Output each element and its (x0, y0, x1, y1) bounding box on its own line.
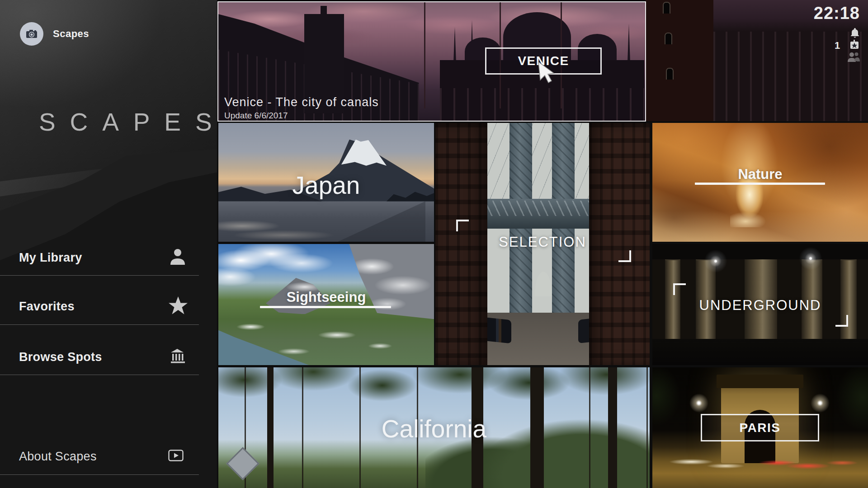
sidebar: Scapes SCAPES My Library Favorites Brows… (0, 0, 217, 488)
person-icon (168, 248, 187, 267)
tile-label: California (218, 414, 650, 443)
menu-label: Favorites (19, 300, 75, 314)
divider (0, 474, 199, 475)
sidebar-item-browse-spots[interactable]: Browse Spots (0, 343, 217, 371)
arched-window (665, 33, 672, 44)
colonnade-texture (713, 32, 868, 121)
car-light-trails (652, 451, 868, 472)
content-grid: VENICE Venice - The city of canals Updat… (217, 0, 868, 488)
tile-sightseeing[interactable]: Sightseeing (218, 244, 434, 365)
lake-ice (218, 216, 337, 242)
tile-selection[interactable]: SELECTION (435, 123, 650, 365)
menu-label: Browse Spots (19, 350, 102, 364)
flag-pole (424, 2, 425, 108)
tile-label: Japan (218, 171, 434, 200)
street-lamp-glow (687, 391, 711, 415)
star-icon (168, 296, 188, 317)
label-underline (695, 183, 825, 185)
video-play-icon (168, 450, 184, 463)
star-flag-icon (849, 39, 860, 52)
divider (0, 275, 199, 276)
tile-label: SELECTION (435, 234, 650, 250)
ceiling-light (797, 245, 824, 272)
sidebar-item-about-scapes[interactable]: About Scapes (0, 442, 217, 471)
basilica-arches (440, 88, 644, 121)
tile-nature[interactable]: Nature (652, 123, 868, 242)
hero-row: VENICE Venice - The city of canals Updat… (217, 0, 868, 121)
people-icon (847, 52, 860, 64)
sidebar-item-my-library[interactable]: My Library (0, 243, 217, 272)
sidebar-item-favorites[interactable]: Favorites (0, 292, 217, 321)
focus-bracket-top-left (456, 220, 469, 231)
camera-icon (25, 28, 38, 40)
notification-count: 1 (835, 40, 840, 52)
tile-label: UNDERGROUND (652, 297, 868, 314)
scapes-app-screen: { "app": { "badge_label": "Scapes", "wor… (0, 0, 868, 488)
tile-paris[interactable]: PARIS (652, 367, 868, 488)
bell-icon (849, 27, 861, 41)
paris-button-label: PARIS (740, 421, 781, 435)
clock: 22:18 (814, 4, 860, 23)
menu-label: About Scapes (19, 450, 97, 464)
focus-bracket-bottom-right (618, 250, 631, 262)
tile-label: Nature (652, 166, 868, 183)
tile-california[interactable]: California (218, 367, 650, 488)
venice-hero-tile[interactable]: VENICE Venice - The city of canals Updat… (217, 1, 646, 122)
app-wordmark: SCAPES (39, 108, 217, 136)
campanile-silhouette (646, 0, 713, 121)
label-underline (260, 306, 391, 308)
focus-bracket-bottom-right (835, 315, 848, 327)
arched-window (666, 68, 674, 80)
divider (0, 324, 199, 325)
focus-bracket-top-left (673, 283, 686, 295)
tile-underground[interactable]: UNDERGROUND (652, 244, 868, 365)
menu-label: My Library (19, 251, 82, 265)
ceiling-light (702, 248, 729, 275)
ceiling (652, 244, 868, 259)
canyon-floor (652, 211, 868, 242)
floor (652, 339, 868, 365)
app-badge (20, 22, 43, 46)
paris-button[interactable]: PARIS (701, 414, 819, 441)
hero-title: Venice - The city of canals (224, 95, 379, 109)
sidebar-corner-glow (0, 0, 163, 108)
mouse-cursor (535, 61, 557, 85)
arched-window (663, 2, 670, 14)
app-title: Scapes (53, 28, 89, 40)
bank-icon (168, 348, 186, 366)
tile-label: Sightseeing (218, 289, 434, 305)
street-lamp-glow (808, 391, 832, 415)
divider (0, 375, 199, 375)
hero-update-date: Update 6/6/2017 (224, 111, 288, 121)
tile-japan[interactable]: Japan (218, 123, 434, 242)
